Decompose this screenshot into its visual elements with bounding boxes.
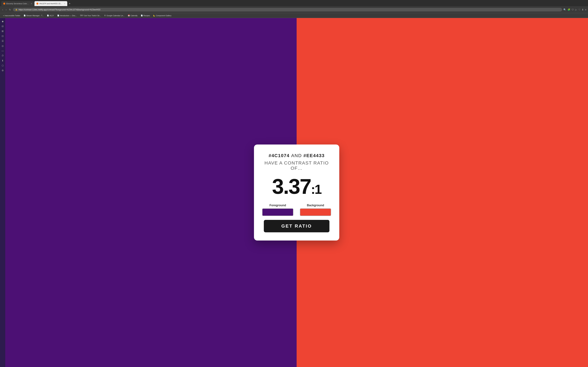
- address-bar: ‹ › ↻ 🔒 https://contrast-11ties.netlify.…: [0, 6, 588, 13]
- shield-icon[interactable]: 🛡: [571, 8, 574, 11]
- tab-1-close[interactable]: ✕: [31, 3, 32, 5]
- bookmark-icon-9: 📐: [153, 15, 155, 17]
- bookmark-icon-1: ⬧: [3, 15, 4, 17]
- bookmark-label-4: Introduction — Doc...: [60, 15, 77, 17]
- contrast-card: #4C1074 AND #EE4433 HAVE A CONTRAST RATI…: [254, 144, 339, 240]
- bookmark-icon-3: 📄: [47, 15, 49, 17]
- bookmark-google-calendar[interactable]: 🗓 Google Calendar Lin...: [103, 14, 126, 17]
- share-icon[interactable]: ▷: [575, 8, 577, 11]
- url-text: https://contrast-11ties.netlify.app/cont…: [18, 8, 560, 11]
- tab-1[interactable]: Eleventy Serverless Color Cont... ✕: [1, 1, 34, 6]
- sidebar-icon-divider: —: [1, 49, 5, 53]
- sidebar-icon-diamond[interactable]: ◆: [1, 19, 5, 23]
- bookmarks-bar: ⬧ Inaccessible Twitter 📄 Stream Manager …: [0, 13, 588, 18]
- bookmark-label-6: Google Calendar Lin...: [106, 15, 124, 17]
- forward-button[interactable]: ›: [5, 8, 7, 12]
- sidebar-icon-clock[interactable]: ⏱: [1, 54, 5, 58]
- tab-2[interactable]: #4c1074 and #ee4433 | Eleven... ✕: [35, 1, 67, 6]
- toolbar-icons: 🔍 🧩 🛡 ▷ ♡ ⬇ ≡: [563, 8, 586, 11]
- tab-bar: Eleventy Serverless Color Cont... ✕ #4c1…: [0, 0, 588, 6]
- tab-1-label: Eleventy Serverless Color Cont...: [6, 3, 29, 5]
- search-icon[interactable]: 🔍: [563, 8, 566, 11]
- foreground-color-swatch[interactable]: [262, 209, 293, 216]
- bookmark-a11y[interactable]: 📄 A11Y: [46, 14, 55, 17]
- tab-2-label: #4c1074 and #ee4433 | Eleven...: [39, 3, 62, 5]
- new-tab-button[interactable]: +: [68, 1, 72, 6]
- and-label: AND: [291, 153, 302, 158]
- bookmark-label-1: Inaccessible Twitter: [5, 15, 20, 17]
- bookmark-icon-6: 🗓: [104, 15, 106, 17]
- bookmark-label-9: Component Gallery: [156, 15, 172, 17]
- background-label: Background: [307, 204, 324, 207]
- background-color-label: #EE4433: [303, 153, 325, 158]
- sidebar-icon-settings[interactable]: ⚙: [1, 68, 5, 72]
- bookmark-label-3: A11Y: [50, 15, 54, 17]
- bookmark-twitch[interactable]: DEV Get Your Twitch Str...: [79, 14, 102, 17]
- bookmark-label-8: Recipes: [143, 15, 150, 17]
- tab-1-favicon: [3, 3, 5, 5]
- bookmark-label-2: Stream Manager - T...: [26, 15, 44, 17]
- ratio-display: 3.37:1: [264, 176, 329, 197]
- menu-icon[interactable]: ≡: [585, 8, 586, 11]
- bookmark-icon-8: 📄: [141, 15, 143, 17]
- sidebar-icon-download[interactable]: ⬇: [1, 59, 5, 63]
- ratio-value: 3.37: [272, 175, 311, 198]
- back-button[interactable]: ‹: [2, 8, 4, 12]
- card-container: #4C1074 AND #EE4433 HAVE A CONTRAST RATI…: [5, 18, 588, 367]
- sidebar-icon-circle[interactable]: ◎: [1, 44, 5, 48]
- foreground-label: Foreground: [269, 204, 286, 207]
- sidebar: ◆ ⊟ ⊠ ⊡ ☰ ◎ — ⏱ ⬇ ⬡ ⚙: [0, 18, 5, 367]
- bookmark-label-5: Get Your Twitch Str...: [84, 15, 101, 17]
- foreground-group: Foreground: [262, 204, 293, 216]
- bookmark-calendly[interactable]: 📅 Calendly: [127, 14, 139, 17]
- bookmark-icon-5: DEV: [80, 15, 84, 17]
- ratio-suffix: :1: [311, 182, 321, 197]
- bookmark-icon-7: 📅: [128, 15, 130, 17]
- url-field[interactable]: 🔒 https://contrast-11ties.netlify.app/co…: [13, 8, 562, 11]
- bookmark-label-7: Calendly: [130, 15, 138, 17]
- extensions-icon[interactable]: 🧩: [568, 8, 570, 11]
- background-color-swatch[interactable]: [300, 209, 331, 216]
- bookmark-inaccessible-twitter[interactable]: ⬧ Inaccessible Twitter: [2, 14, 22, 17]
- color-inputs: Foreground Background: [264, 204, 329, 216]
- sidebar-icon-grid[interactable]: ⊟: [1, 24, 5, 28]
- download-icon[interactable]: ⬇: [582, 8, 584, 11]
- foreground-color-label: #4C1074: [268, 153, 290, 158]
- browser-chrome: Eleventy Serverless Color Cont... ✕ #4c1…: [0, 0, 588, 18]
- bookmark-component-gallery[interactable]: 📐 Component Gallery: [152, 14, 173, 17]
- card-subtitle: HAVE A CONTRAST RATIO OF…: [264, 160, 329, 171]
- bookmark-introduction[interactable]: 📄 Introduction — Doc...: [56, 14, 78, 17]
- reload-button[interactable]: ↻: [8, 8, 12, 12]
- background-group: Background: [300, 204, 331, 216]
- sidebar-icon-menu[interactable]: ☰: [1, 39, 5, 43]
- sidebar-icon-tag[interactable]: ⊡: [1, 34, 5, 38]
- lock-icon: 🔒: [15, 8, 17, 11]
- sidebar-icon-badge[interactable]: ⊠: [1, 29, 5, 33]
- get-ratio-button[interactable]: GET RATIO: [264, 220, 329, 232]
- bookmark-icon-4: 📄: [57, 15, 59, 17]
- bookmark-stream-manager[interactable]: 📄 Stream Manager - T...: [22, 14, 45, 17]
- bookmark-icon-2: 📄: [24, 15, 26, 17]
- sidebar-icon-hex[interactable]: ⬡: [1, 64, 5, 67]
- heart-icon[interactable]: ♡: [578, 8, 580, 11]
- bookmark-recipes[interactable]: 📄 Recipes: [139, 14, 151, 17]
- tab-2-close[interactable]: ✕: [64, 3, 65, 5]
- card-title: #4C1074 AND #EE4433: [264, 153, 329, 158]
- tab-2-favicon: [36, 3, 38, 5]
